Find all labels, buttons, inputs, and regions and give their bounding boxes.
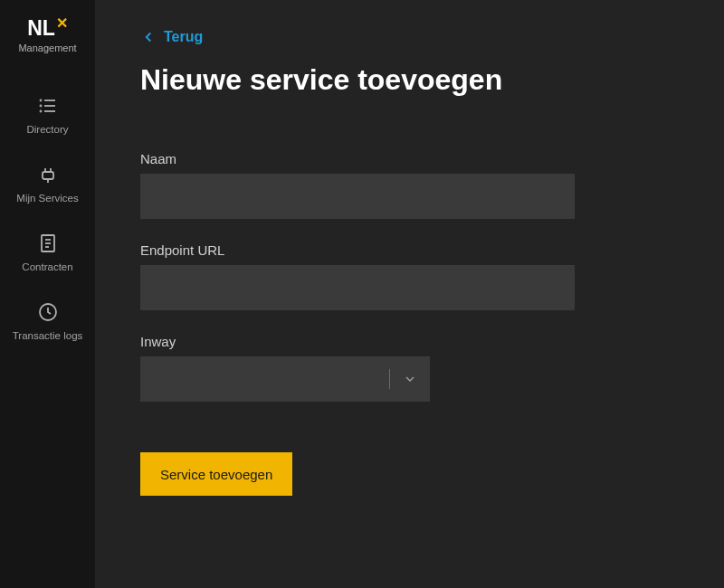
svg-point-4 bbox=[40, 106, 41, 107]
main-content: Terug Nieuwe service toevoegen Naam Endp… bbox=[95, 0, 724, 588]
sidebar-item-label: Mijn Services bbox=[16, 193, 78, 204]
endpoint-label: Endpoint URL bbox=[140, 242, 679, 258]
logo-text: NL bbox=[27, 18, 55, 39]
sidebar-item-logs[interactable]: Transactie logs bbox=[0, 287, 95, 356]
sidebar-item-contracts[interactable]: Contracten bbox=[0, 218, 95, 287]
list-icon bbox=[37, 95, 59, 117]
inway-label: Inway bbox=[140, 334, 679, 349]
name-label: Naam bbox=[140, 151, 679, 166]
inway-select[interactable] bbox=[140, 356, 430, 402]
document-icon bbox=[37, 232, 59, 254]
logo-subtitle: Management bbox=[18, 43, 76, 53]
logo-x-icon: ✕ bbox=[56, 16, 68, 31]
form-group-name: Naam bbox=[140, 151, 679, 219]
svg-rect-6 bbox=[43, 172, 53, 179]
svg-point-5 bbox=[40, 111, 41, 112]
sidebar-item-directory[interactable]: Directory bbox=[0, 81, 95, 149]
chevron-down-icon bbox=[390, 356, 430, 402]
form-group-endpoint: Endpoint URL bbox=[140, 242, 679, 310]
sidebar-item-label: Directory bbox=[26, 124, 68, 135]
form-group-inway: Inway bbox=[140, 334, 679, 402]
back-link[interactable]: Terug bbox=[140, 29, 203, 45]
sidebar-item-label: Transactie logs bbox=[13, 330, 83, 341]
name-input[interactable] bbox=[140, 174, 575, 219]
endpoint-input[interactable] bbox=[140, 265, 575, 310]
sidebar: NL ✕ Management Directory Mijn Services bbox=[0, 0, 95, 588]
clock-icon bbox=[37, 301, 59, 323]
svg-point-3 bbox=[40, 100, 41, 101]
inway-selected-value bbox=[140, 356, 389, 402]
plug-icon bbox=[37, 164, 59, 185]
sidebar-item-services[interactable]: Mijn Services bbox=[0, 149, 95, 218]
page-title: Nieuwe service toevoegen bbox=[140, 63, 679, 97]
sidebar-item-label: Contracten bbox=[22, 261, 72, 272]
submit-button[interactable]: Service toevoegen bbox=[140, 452, 292, 496]
back-label: Terug bbox=[164, 29, 203, 45]
logo: NL ✕ Management bbox=[18, 18, 76, 53]
chevron-left-icon bbox=[140, 29, 157, 45]
